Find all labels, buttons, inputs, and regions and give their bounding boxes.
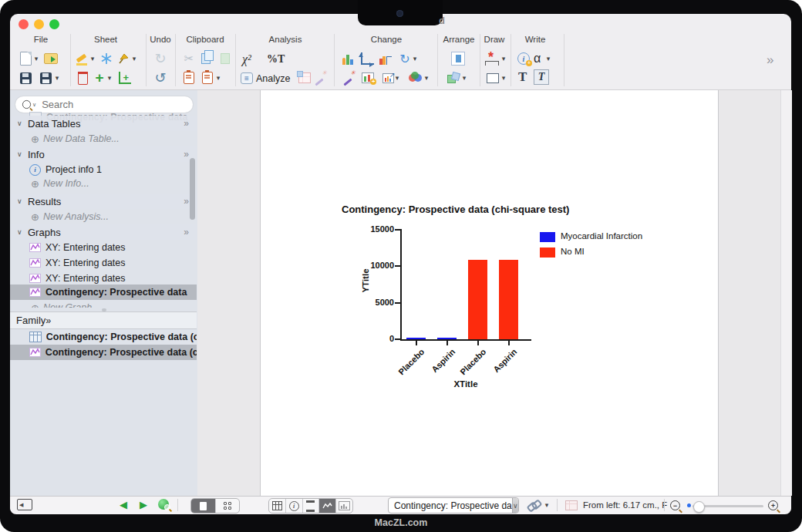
layout-view-button[interactable] [336,499,352,513]
chevron-down-icon[interactable]: ∨ [17,228,28,236]
chevron-down-icon[interactable]: ∨ [17,150,28,158]
new-sheet-icon[interactable] [17,50,34,67]
sidebar-section-results[interactable]: ∨ Results » [10,194,197,209]
toggle-sidebar-icon[interactable]: ◀ [17,499,32,510]
save-as-icon[interactable] [37,69,54,86]
add-data-to-graph-icon[interactable]: + [359,69,376,86]
sidebar-item-graph-xy-1[interactable]: XY: Entering dates [10,240,197,255]
new-sheet-plus-caret[interactable]: ▾ [106,69,113,86]
section-expand-icon[interactable]: » [45,315,51,326]
text-tool-icon[interactable]: T [518,69,527,85]
sidebar-scrollbar[interactable] [190,158,195,220]
family-item-data-table[interactable]: Contingency: Prospective data (c [10,329,197,345]
draw-line-caret[interactable]: ▾ [500,50,507,67]
arrange-objects-caret[interactable]: ▾ [460,69,468,86]
sidebar-item-new-data-table[interactable]: ⊕ New Data Table... [10,131,197,146]
paste-special-caret[interactable]: ▾ [214,69,222,86]
graph-page[interactable] [260,90,719,496]
go-forward-icon[interactable]: ▶ [140,499,147,510]
change-graph-type-icon[interactable] [340,50,357,67]
arrange-objects-icon[interactable] [445,69,462,86]
chi-square-icon[interactable]: χ² [242,52,251,66]
sheet-selector-dropdown[interactable]: Contingency: Prospective da ∨ [388,497,519,513]
sidebar-section-family[interactable]: Family » [10,311,197,329]
draw-line-star-icon[interactable]: * [485,51,499,66]
link-sheets-caret[interactable]: ▾ [543,497,551,513]
paste-icon[interactable] [180,69,197,86]
zoom-slider-knob[interactable] [693,501,705,513]
graph-format-icon[interactable] [377,50,394,67]
section-expand-icon[interactable]: » [184,196,187,207]
gallery-view-button[interactable] [216,499,239,513]
pin-sheet-icon[interactable] [115,50,132,67]
info-view-button[interactable]: i [286,499,303,513]
undo-icon[interactable]: ↺ [152,69,169,86]
toolbar-group-file-label: File [22,35,60,44]
color-scheme-icon[interactable] [407,69,424,86]
sidebar-section-graphs[interactable]: ∨ Graphs » [10,224,197,240]
color-scheme-caret[interactable]: ▾ [423,69,430,86]
close-window-button[interactable] [19,19,29,29]
duplicate-icon[interactable] [217,50,234,67]
family-item-graph-selected[interactable]: Contingency: Prospective data (c [10,345,197,360]
sidebar-item-new-info[interactable]: ⊕ New Info... [10,176,197,191]
search-scope-caret[interactable]: ∨ [32,102,36,108]
section-expand-icon[interactable]: » [184,118,187,129]
legend-label-series2: No MI [561,247,585,256]
results-view-button[interactable] [303,499,320,513]
data-table-view-button[interactable] [269,499,286,513]
percent-t-icon[interactable]: %T [267,53,285,66]
zoom-out-icon[interactable]: − [670,500,680,510]
single-page-view-button[interactable] [191,499,216,513]
legend-swatch-series2 [540,247,555,258]
paste-special-icon[interactable] [199,69,216,86]
save-icon[interactable] [17,69,34,86]
go-back-icon[interactable]: ◀ [120,499,127,510]
open-file-icon[interactable] [42,50,59,67]
zoom-window-button[interactable] [49,19,59,29]
rotate-flip-caret[interactable]: ▾ [411,50,419,67]
sidebar-item-project-info[interactable]: i Project info 1 [10,162,197,177]
magic-wand-icon[interactable] [340,69,357,86]
cut-icon[interactable]: ✂ [180,50,197,67]
text-box-tool-icon[interactable]: T [534,69,549,85]
analyze-button[interactable]: ≡ Analyze [241,71,290,86]
toolbar-group-draw-label: Draw [481,35,507,44]
copy-icon[interactable] [197,50,214,67]
resize-graph-caret[interactable]: ▾ [393,69,401,86]
save-as-caret[interactable]: ▾ [53,69,61,86]
graph-view-button[interactable] [319,499,336,513]
sidebar-item-graph-xy-2[interactable]: XY: Entering dates [10,255,197,271]
draw-rectangle-icon[interactable] [484,69,501,86]
toolbar-group-undo-label: Undo [148,35,173,44]
pin-caret[interactable]: ▾ [130,50,138,67]
toolbar-overflow-chevron[interactable]: » [767,52,772,68]
sidebar-item-graph-xy-3[interactable]: XY: Entering dates [10,271,197,286]
freeze-sheet-icon[interactable] [98,50,115,67]
sidebar-section-data-tables[interactable]: ∨ Data Tables » [10,116,197,131]
dropdown-chevron-icon[interactable]: ∨ [512,498,518,513]
chevron-down-icon[interactable]: ∨ [17,197,28,205]
axes-format-icon[interactable] [359,50,376,67]
chevron-down-icon[interactable]: ∨ [17,120,28,127]
minimize-window-button[interactable] [34,19,44,29]
zoom-in-icon[interactable]: + [768,500,778,510]
x-axis-title: XTitle [427,379,504,389]
redo-icon[interactable]: ↻ [152,50,169,67]
highlight-caret[interactable]: ▾ [89,50,96,67]
add-info-icon[interactable]: i+ [515,50,532,67]
sidebar-item-new-analysis[interactable]: ⊕ New Analysis... [10,209,197,224]
add-graph-sheet-icon[interactable]: + [116,69,133,86]
sidebar-section-info[interactable]: ∨ Info » [10,146,197,162]
canvas-scrollbar-track[interactable] [780,90,792,496]
section-expand-icon[interactable]: » [184,149,187,160]
align-objects-icon[interactable] [450,50,467,67]
new-sheet-caret[interactable]: ▾ [32,50,40,67]
delete-sheet-icon[interactable] [74,69,91,86]
section-expand-icon[interactable]: » [184,227,187,237]
sidebar-item-graph-contingency-selected[interactable]: Contingency: Prospective data [10,285,197,300]
prism-search-globe-icon[interactable] [158,499,169,510]
greek-letter-caret[interactable]: ▾ [544,50,552,67]
greek-letter-icon[interactable]: α [534,52,541,66]
draw-rectangle-caret[interactable]: ▾ [500,69,507,86]
